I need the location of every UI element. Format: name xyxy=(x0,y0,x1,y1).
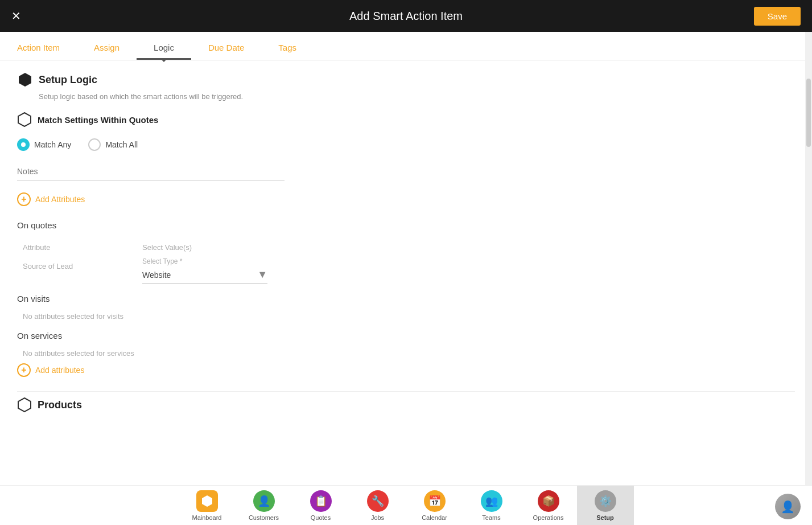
products-section: Products xyxy=(17,391,795,412)
add-attributes-plus-icon: + xyxy=(17,192,31,206)
scrollbar xyxy=(805,32,812,485)
customers-icon: 👤 xyxy=(253,490,275,512)
attribute-col-header: Attribute xyxy=(23,239,137,252)
on-services-section: On services No attributes selected for s… xyxy=(17,331,795,377)
radio-match-any-label: Match Any xyxy=(34,140,71,149)
attribute-header-row: Attribute Select Value(s) xyxy=(17,239,795,252)
radio-match-any-circle[interactable] xyxy=(17,138,30,151)
operations-label: Operations xyxy=(533,514,564,521)
quotes-label: Quotes xyxy=(311,514,331,521)
operations-icon: 📦 xyxy=(538,490,559,512)
scrollbar-thumb[interactable] xyxy=(806,79,811,147)
attribute-data-row: Source of Lead Select Type * Website ▼ xyxy=(17,257,795,284)
add-services-plus-icon: + xyxy=(17,363,31,377)
radio-match-all-circle[interactable] xyxy=(88,138,101,151)
match-settings-section: Match Settings Within Quotes xyxy=(17,112,795,127)
notes-input[interactable] xyxy=(17,162,285,181)
select-type-value: Website xyxy=(142,270,257,280)
radio-match-any[interactable]: Match Any xyxy=(17,138,71,151)
tab-action-item[interactable]: Action Item xyxy=(0,37,77,60)
mainboard-icon xyxy=(196,490,218,512)
setup-nav-icon: ⚙️ xyxy=(595,490,616,512)
setup-label: Setup xyxy=(596,514,614,521)
jobs-icon: 🔧 xyxy=(367,490,389,512)
on-visits-empty-message: No attributes selected for visits xyxy=(17,312,795,321)
radio-match-all[interactable]: Match All xyxy=(88,138,138,151)
tab-due-date[interactable]: Due Date xyxy=(191,37,261,60)
svg-marker-1 xyxy=(18,113,31,126)
select-type-label: Select Type * xyxy=(142,257,795,265)
header: ✕ Add Smart Action Item Save xyxy=(0,0,812,32)
svg-marker-0 xyxy=(19,73,31,87)
on-services-empty-message: No attributes selected for services xyxy=(17,349,795,358)
on-quotes-section: On quotes Attribute Select Value(s) Sour… xyxy=(17,220,795,284)
add-services-attributes-label: Add attributes xyxy=(35,366,84,375)
teams-icon: 👥 xyxy=(481,490,502,512)
avatar[interactable]: 👤 xyxy=(775,494,801,519)
nav-teams[interactable]: 👥 Teams xyxy=(463,486,520,526)
on-visits-section: On visits No attributes selected for vis… xyxy=(17,294,795,321)
svg-marker-2 xyxy=(18,398,31,412)
svg-marker-3 xyxy=(202,495,212,507)
add-attributes-button[interactable]: + Add Attributes xyxy=(17,192,85,206)
products-icon xyxy=(17,397,32,412)
match-settings-label: Match Settings Within Quotes xyxy=(38,115,158,125)
header-title: Add Smart Action Item xyxy=(349,10,463,23)
radio-match-all-label: Match All xyxy=(105,140,138,149)
tabs-bar: Action Item Assign Logic Due Date Tags xyxy=(0,32,812,60)
main-content: Setup Logic Setup logic based on which t… xyxy=(0,60,812,485)
match-settings-icon xyxy=(17,112,32,127)
nav-setup[interactable]: ⚙️ Setup xyxy=(577,486,634,526)
teams-label: Teams xyxy=(482,514,500,521)
select-type-container: Select Type * Website ▼ xyxy=(142,257,795,284)
calendar-label: Calendar xyxy=(422,514,447,521)
mainboard-label: Mainboard xyxy=(192,514,222,521)
setup-logic-icon xyxy=(17,72,33,88)
jobs-label: Jobs xyxy=(371,514,384,521)
source-of-lead-label: Source of Lead xyxy=(23,257,137,284)
select-values-col-header: Select Value(s) xyxy=(142,239,795,252)
quotes-icon: 📋 xyxy=(310,490,332,512)
dropdown-arrow-icon: ▼ xyxy=(257,269,267,281)
nav-customers[interactable]: 👤 Customers xyxy=(236,486,292,526)
customers-label: Customers xyxy=(249,514,279,521)
tab-logic[interactable]: Logic xyxy=(137,37,191,60)
nav-jobs[interactable]: 🔧 Jobs xyxy=(349,486,406,526)
nav-quotes[interactable]: 📋 Quotes xyxy=(292,486,349,526)
add-services-attributes-button[interactable]: + Add attributes xyxy=(17,363,84,377)
close-button[interactable]: ✕ xyxy=(11,9,21,23)
setup-logic-heading: Setup Logic xyxy=(17,72,795,88)
nav-operations[interactable]: 📦 Operations xyxy=(520,486,577,526)
on-quotes-label: On quotes xyxy=(17,220,795,230)
products-label: Products xyxy=(38,399,82,411)
nav-mainboard[interactable]: Mainboard xyxy=(179,486,236,526)
on-visits-label: On visits xyxy=(17,294,795,303)
nav-calendar[interactable]: 📅 Calendar xyxy=(406,486,463,526)
tab-assign[interactable]: Assign xyxy=(77,37,137,60)
avatar-image: 👤 xyxy=(775,494,801,519)
setup-logic-title: Setup Logic xyxy=(39,74,97,86)
save-button[interactable]: Save xyxy=(754,7,801,26)
add-attributes-label: Add Attributes xyxy=(35,195,85,204)
tab-tags[interactable]: Tags xyxy=(261,37,314,60)
calendar-icon: 📅 xyxy=(424,490,446,512)
match-radio-group: Match Any Match All xyxy=(17,138,795,151)
setup-logic-subtitle: Setup logic based on which the smart act… xyxy=(39,92,795,101)
on-services-label: On services xyxy=(17,331,795,341)
bottom-nav: Mainboard 👤 Customers 📋 Quotes 🔧 Jobs 📅 … xyxy=(0,485,812,525)
select-type-dropdown[interactable]: Website ▼ xyxy=(142,266,267,284)
